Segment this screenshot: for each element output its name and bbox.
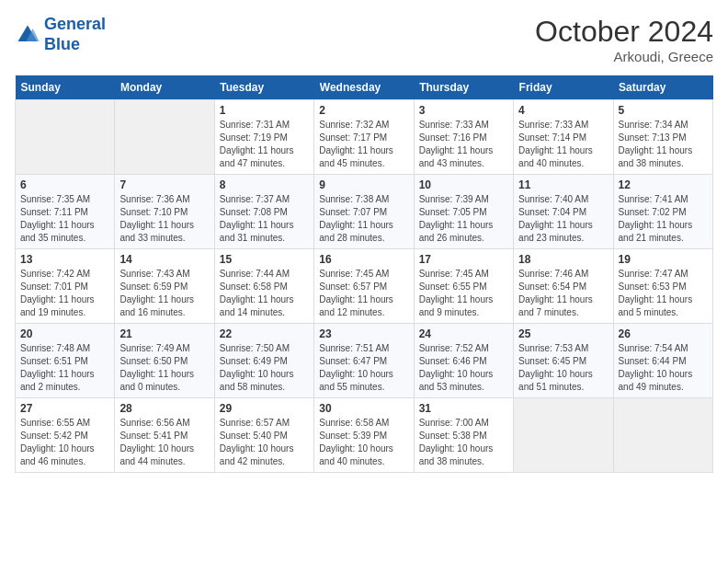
cell-content: Sunrise: 7:50 AM Sunset: 6:49 PM Dayligh…: [220, 342, 309, 394]
weekday-header-friday: Friday: [514, 75, 613, 100]
day-number: 2: [319, 104, 408, 117]
cell-content: Sunrise: 7:31 AM Sunset: 7:19 PM Dayligh…: [220, 119, 309, 170]
calendar-cell: 4Sunrise: 7:33 AM Sunset: 7:14 PM Daylig…: [514, 100, 613, 175]
cell-content: Sunrise: 7:39 AM Sunset: 7:05 PM Dayligh…: [419, 193, 508, 245]
day-number: 16: [319, 253, 408, 266]
cell-content: Sunrise: 7:43 AM Sunset: 6:59 PM Dayligh…: [119, 268, 209, 319]
calendar-cell: 24Sunrise: 7:52 AM Sunset: 6:46 PM Dayli…: [414, 324, 513, 398]
day-number: 10: [419, 178, 508, 191]
week-row-5: 27Sunrise: 6:55 AM Sunset: 5:42 PM Dayli…: [16, 398, 713, 473]
cell-content: Sunrise: 7:41 AM Sunset: 7:02 PM Dayligh…: [619, 193, 708, 245]
calendar-cell: [514, 398, 613, 473]
calendar-cell: 12Sunrise: 7:41 AM Sunset: 7:02 PM Dayli…: [613, 175, 712, 249]
weekday-header-saturday: Saturday: [613, 75, 712, 100]
week-row-2: 6Sunrise: 7:35 AM Sunset: 7:11 PM Daylig…: [16, 175, 713, 249]
logo-icon: [15, 22, 40, 48]
week-row-4: 20Sunrise: 7:48 AM Sunset: 6:51 PM Dayli…: [16, 324, 713, 398]
cell-content: Sunrise: 7:44 AM Sunset: 6:58 PM Dayligh…: [220, 268, 309, 319]
cell-content: Sunrise: 7:38 AM Sunset: 7:07 PM Dayligh…: [319, 193, 408, 245]
calendar-cell: 21Sunrise: 7:49 AM Sunset: 6:50 PM Dayli…: [115, 324, 214, 398]
calendar-cell: 28Sunrise: 6:56 AM Sunset: 5:41 PM Dayli…: [115, 398, 214, 473]
cell-content: Sunrise: 6:57 AM Sunset: 5:40 PM Dayligh…: [220, 417, 309, 468]
day-number: 8: [220, 178, 309, 191]
calendar-cell: 11Sunrise: 7:40 AM Sunset: 7:04 PM Dayli…: [514, 175, 613, 249]
calendar-cell: 29Sunrise: 6:57 AM Sunset: 5:40 PM Dayli…: [214, 398, 313, 473]
day-number: 20: [20, 327, 109, 340]
logo-line1: General: [44, 15, 106, 33]
cell-content: Sunrise: 7:51 AM Sunset: 6:47 PM Dayligh…: [319, 342, 408, 394]
calendar-cell: 2Sunrise: 7:32 AM Sunset: 7:17 PM Daylig…: [314, 100, 414, 175]
cell-content: Sunrise: 7:33 AM Sunset: 7:16 PM Dayligh…: [419, 119, 508, 170]
day-number: 22: [220, 327, 309, 340]
calendar-cell: 16Sunrise: 7:45 AM Sunset: 6:57 PM Dayli…: [314, 249, 414, 324]
cell-content: Sunrise: 7:40 AM Sunset: 7:04 PM Dayligh…: [518, 193, 608, 245]
logo-text: General Blue: [44, 15, 106, 54]
cell-content: Sunrise: 7:34 AM Sunset: 7:13 PM Dayligh…: [619, 119, 708, 170]
cell-content: Sunrise: 7:47 AM Sunset: 6:53 PM Dayligh…: [619, 268, 708, 319]
calendar-cell: 5Sunrise: 7:34 AM Sunset: 7:13 PM Daylig…: [613, 100, 712, 175]
cell-content: Sunrise: 7:49 AM Sunset: 6:50 PM Dayligh…: [119, 342, 209, 394]
page-header: General Blue October 2024 Arkoudi, Greec…: [15, 15, 713, 64]
weekday-header-sunday: Sunday: [16, 75, 115, 100]
day-number: 5: [619, 104, 708, 117]
day-number: 13: [20, 253, 109, 266]
calendar-cell: 8Sunrise: 7:37 AM Sunset: 7:08 PM Daylig…: [214, 175, 313, 249]
logo-line2: Blue: [44, 35, 80, 53]
day-number: 15: [220, 253, 309, 266]
calendar-cell: 17Sunrise: 7:45 AM Sunset: 6:55 PM Dayli…: [414, 249, 513, 324]
day-number: 12: [619, 178, 708, 191]
calendar-cell: 20Sunrise: 7:48 AM Sunset: 6:51 PM Dayli…: [16, 324, 115, 398]
cell-content: Sunrise: 7:35 AM Sunset: 7:11 PM Dayligh…: [20, 193, 109, 245]
calendar-cell: [613, 398, 712, 473]
day-number: 7: [119, 178, 209, 191]
calendar-cell: [16, 100, 115, 175]
cell-content: Sunrise: 7:37 AM Sunset: 7:08 PM Dayligh…: [220, 193, 309, 245]
calendar-cell: 13Sunrise: 7:42 AM Sunset: 7:01 PM Dayli…: [16, 249, 115, 324]
day-number: 9: [319, 178, 408, 191]
cell-content: Sunrise: 7:36 AM Sunset: 7:10 PM Dayligh…: [119, 193, 209, 245]
day-number: 1: [220, 104, 309, 117]
cell-content: Sunrise: 7:53 AM Sunset: 6:45 PM Dayligh…: [518, 342, 608, 394]
day-number: 23: [319, 327, 408, 340]
cell-content: Sunrise: 7:52 AM Sunset: 6:46 PM Dayligh…: [419, 342, 508, 394]
calendar-cell: 7Sunrise: 7:36 AM Sunset: 7:10 PM Daylig…: [115, 175, 214, 249]
calendar-cell: 25Sunrise: 7:53 AM Sunset: 6:45 PM Dayli…: [514, 324, 613, 398]
calendar-cell: 14Sunrise: 7:43 AM Sunset: 6:59 PM Dayli…: [115, 249, 214, 324]
day-number: 24: [419, 327, 508, 340]
day-number: 31: [419, 402, 508, 415]
calendar-cell: 3Sunrise: 7:33 AM Sunset: 7:16 PM Daylig…: [414, 100, 513, 175]
weekday-header-wednesday: Wednesday: [314, 75, 414, 100]
cell-content: Sunrise: 7:45 AM Sunset: 6:57 PM Dayligh…: [319, 268, 408, 319]
weekday-header-monday: Monday: [115, 75, 214, 100]
cell-content: Sunrise: 7:45 AM Sunset: 6:55 PM Dayligh…: [419, 268, 508, 319]
cell-content: Sunrise: 7:42 AM Sunset: 7:01 PM Dayligh…: [20, 268, 109, 319]
day-number: 28: [119, 402, 209, 415]
title-block: October 2024 Arkoudi, Greece: [535, 15, 713, 64]
month-year: October 2024: [535, 15, 713, 49]
weekday-header-row: SundayMondayTuesdayWednesdayThursdayFrid…: [16, 75, 713, 100]
day-number: 30: [319, 402, 408, 415]
calendar-cell: 31Sunrise: 7:00 AM Sunset: 5:38 PM Dayli…: [414, 398, 513, 473]
day-number: 27: [20, 402, 109, 415]
day-number: 18: [518, 253, 608, 266]
cell-content: Sunrise: 7:54 AM Sunset: 6:44 PM Dayligh…: [619, 342, 708, 394]
day-number: 19: [619, 253, 708, 266]
day-number: 21: [119, 327, 209, 340]
week-row-3: 13Sunrise: 7:42 AM Sunset: 7:01 PM Dayli…: [16, 249, 713, 324]
cell-content: Sunrise: 7:46 AM Sunset: 6:54 PM Dayligh…: [518, 268, 608, 319]
calendar-cell: 10Sunrise: 7:39 AM Sunset: 7:05 PM Dayli…: [414, 175, 513, 249]
calendar-cell: 6Sunrise: 7:35 AM Sunset: 7:11 PM Daylig…: [16, 175, 115, 249]
day-number: 11: [518, 178, 608, 191]
cell-content: Sunrise: 7:32 AM Sunset: 7:17 PM Dayligh…: [319, 119, 408, 170]
logo: General Blue: [15, 15, 106, 54]
day-number: 14: [119, 253, 209, 266]
calendar-cell: 19Sunrise: 7:47 AM Sunset: 6:53 PM Dayli…: [613, 249, 712, 324]
calendar-cell: 30Sunrise: 6:58 AM Sunset: 5:39 PM Dayli…: [314, 398, 414, 473]
calendar-cell: 18Sunrise: 7:46 AM Sunset: 6:54 PM Dayli…: [514, 249, 613, 324]
calendar-cell: [115, 100, 214, 175]
weekday-header-thursday: Thursday: [414, 75, 513, 100]
cell-content: Sunrise: 6:56 AM Sunset: 5:41 PM Dayligh…: [119, 417, 209, 468]
cell-content: Sunrise: 7:33 AM Sunset: 7:14 PM Dayligh…: [518, 119, 608, 170]
day-number: 6: [20, 178, 109, 191]
calendar-cell: 23Sunrise: 7:51 AM Sunset: 6:47 PM Dayli…: [314, 324, 414, 398]
